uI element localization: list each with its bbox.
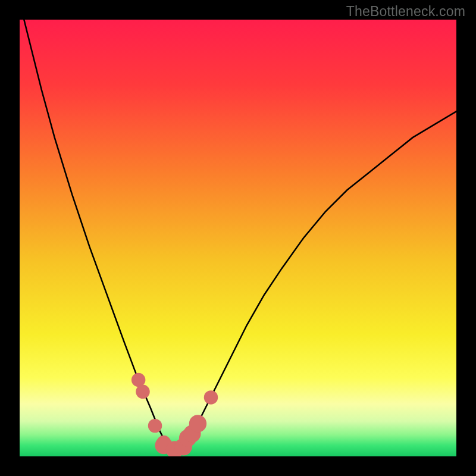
chart-background [20, 20, 456, 456]
bottleneck-chart [20, 20, 456, 456]
data-marker [189, 415, 206, 432]
watermark-text: TheBottleneck.com [346, 4, 465, 20]
data-marker [204, 390, 218, 404]
data-marker [136, 385, 149, 399]
data-marker [148, 419, 162, 433]
